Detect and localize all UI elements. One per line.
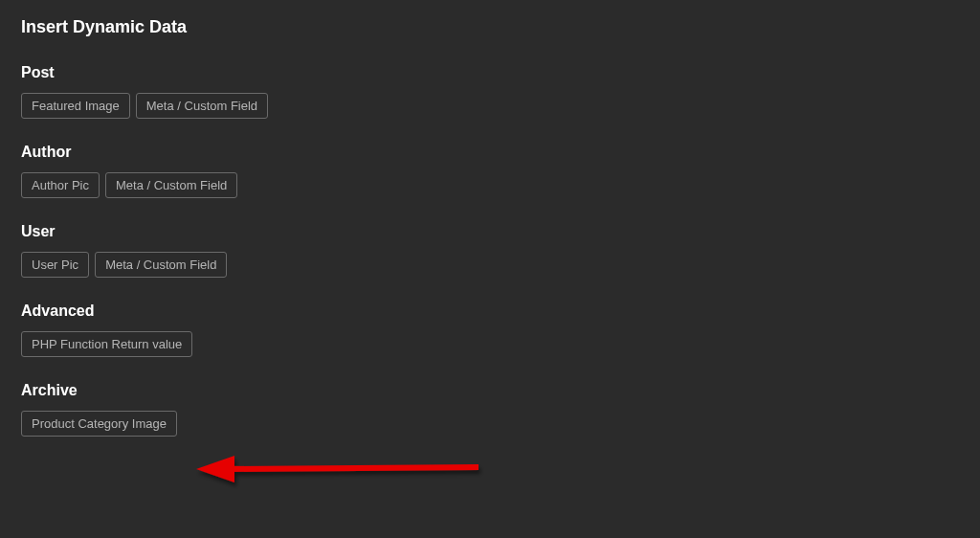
arrow-annotation-icon <box>191 448 498 496</box>
option-post-meta-custom-field[interactable]: Meta / Custom Field <box>136 93 268 119</box>
section-heading-advanced: Advanced <box>21 303 959 320</box>
page-title: Insert Dynamic Data <box>21 17 959 37</box>
section-archive: Archive Product Category Image <box>21 382 959 437</box>
section-heading-author: Author <box>21 144 959 161</box>
option-author-meta-custom-field[interactable]: Meta / Custom Field <box>105 172 237 198</box>
option-row-advanced: PHP Function Return value <box>21 331 959 357</box>
option-author-pic[interactable]: Author Pic <box>21 172 100 198</box>
option-featured-image[interactable]: Featured Image <box>21 93 130 119</box>
option-user-meta-custom-field[interactable]: Meta / Custom Field <box>95 252 227 278</box>
section-post: Post Featured Image Meta / Custom Field <box>21 64 959 119</box>
option-row-archive: Product Category Image <box>21 411 959 437</box>
section-advanced: Advanced PHP Function Return value <box>21 303 959 357</box>
section-heading-post: Post <box>21 64 959 81</box>
svg-line-0 <box>230 467 479 469</box>
option-php-function-return-value[interactable]: PHP Function Return value <box>21 331 192 357</box>
section-heading-user: User <box>21 223 959 240</box>
option-row-post: Featured Image Meta / Custom Field <box>21 93 959 119</box>
option-product-category-image[interactable]: Product Category Image <box>21 411 177 437</box>
option-row-author: Author Pic Meta / Custom Field <box>21 172 959 198</box>
svg-marker-1 <box>196 456 234 482</box>
option-row-user: User Pic Meta / Custom Field <box>21 252 959 278</box>
option-user-pic[interactable]: User Pic <box>21 252 89 278</box>
section-author: Author Author Pic Meta / Custom Field <box>21 144 959 198</box>
section-user: User User Pic Meta / Custom Field <box>21 223 959 278</box>
section-heading-archive: Archive <box>21 382 959 399</box>
